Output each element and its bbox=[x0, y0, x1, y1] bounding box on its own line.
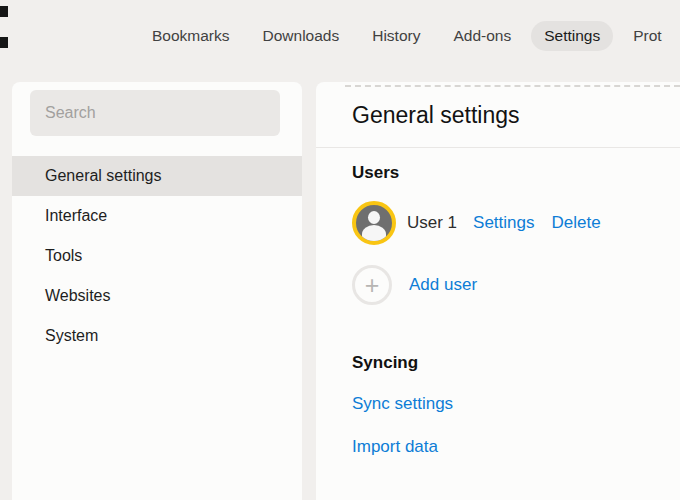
screen-edge-artifact bbox=[0, 37, 8, 48]
sync-settings-link[interactable]: Sync settings bbox=[352, 394, 453, 414]
sidebar-menu: General settings Interface Tools Website… bbox=[12, 156, 302, 356]
tab-settings-active[interactable]: Settings bbox=[531, 21, 613, 51]
sidebar-item-tools[interactable]: Tools bbox=[12, 236, 302, 276]
tab-addons[interactable]: Add-ons bbox=[453, 21, 511, 51]
import-data-link[interactable]: Import data bbox=[352, 437, 438, 457]
tab-protect-truncated[interactable]: Prot bbox=[633, 21, 661, 51]
user-name: User 1 bbox=[407, 213, 457, 233]
top-tab-bar: Bookmarks Downloads History Add-ons Sett… bbox=[152, 21, 662, 51]
avatar-shoulders-shape bbox=[362, 225, 386, 243]
search-input[interactable] bbox=[30, 90, 280, 136]
tab-history[interactable]: History bbox=[372, 21, 420, 51]
user-settings-link[interactable]: Settings bbox=[473, 213, 534, 233]
user-row: User 1 Settings Delete bbox=[352, 201, 680, 245]
add-user-row: + Add user bbox=[352, 265, 680, 305]
plus-icon[interactable]: + bbox=[352, 265, 392, 305]
focus-outline-dashes bbox=[345, 85, 680, 87]
screen-edge-artifact bbox=[0, 6, 8, 17]
settings-content-panel: General settings Users User 1 Settings D… bbox=[316, 82, 680, 500]
avatar-head-shape bbox=[368, 211, 380, 224]
tab-downloads[interactable]: Downloads bbox=[263, 21, 340, 51]
page-title: General settings bbox=[316, 82, 680, 130]
syncing-section-heading: Syncing bbox=[352, 354, 680, 372]
sidebar-item-general-settings[interactable]: General settings bbox=[12, 156, 302, 196]
user-delete-link[interactable]: Delete bbox=[552, 213, 601, 233]
settings-sidebar: General settings Interface Tools Website… bbox=[12, 82, 302, 500]
users-section-heading: Users bbox=[352, 164, 680, 182]
tab-bookmarks[interactable]: Bookmarks bbox=[152, 21, 230, 51]
title-divider bbox=[316, 147, 680, 148]
sidebar-item-interface[interactable]: Interface bbox=[12, 196, 302, 236]
user-avatar-icon[interactable] bbox=[352, 201, 396, 245]
sidebar-item-websites[interactable]: Websites bbox=[12, 276, 302, 316]
add-user-link[interactable]: Add user bbox=[409, 275, 477, 295]
sidebar-item-system[interactable]: System bbox=[12, 316, 302, 356]
